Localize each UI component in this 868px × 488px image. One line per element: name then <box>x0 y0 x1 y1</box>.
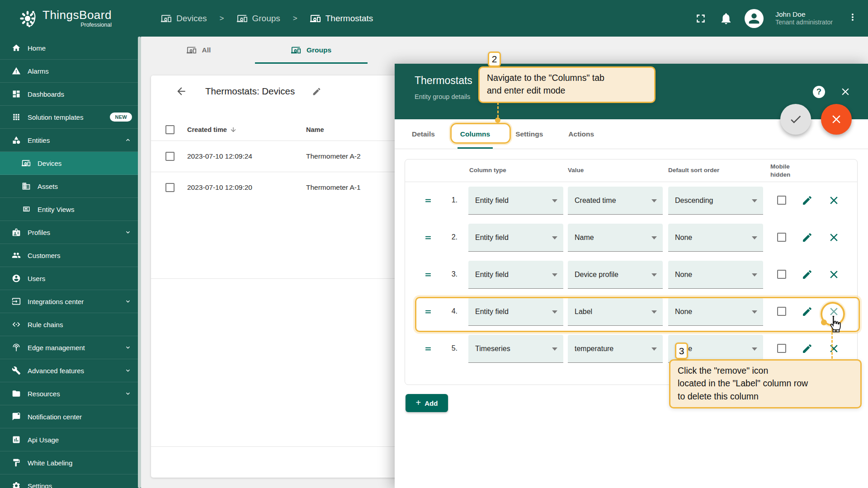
dialog-tab-details[interactable]: Details <box>399 119 448 149</box>
sidebar-item-integrations-center[interactable]: Integrations center <box>0 290 141 313</box>
devices-icon <box>187 45 197 55</box>
sidebar-item-home[interactable]: Home <box>0 37 141 60</box>
name-header[interactable]: Name <box>306 126 324 133</box>
remove-column-icon[interactable] <box>828 195 840 206</box>
sidebar-item-customers[interactable]: Customers <box>0 244 141 267</box>
sidebar-item-entities[interactable]: Entities <box>0 129 141 152</box>
sidebar-item-dashboards[interactable]: Dashboards <box>0 83 141 106</box>
column-type-select[interactable]: Entity field <box>468 224 563 252</box>
cancel-changes-fab[interactable] <box>821 104 852 135</box>
sidebar-item-notification-center[interactable]: Notification center <box>0 405 141 428</box>
column-config-row-3: 3. Entity field Device profile None <box>405 256 857 293</box>
sidebar-item-entity-views[interactable]: Entity Views <box>0 198 141 221</box>
user-info[interactable]: John Doe Tenant administrator <box>775 10 833 27</box>
sidebar-scrollbar[interactable] <box>138 37 141 488</box>
dashboards-icon <box>12 89 21 99</box>
remove-column-icon[interactable] <box>828 343 840 354</box>
sidebar-item-label: Entity Views <box>38 206 74 213</box>
tab-all[interactable]: All <box>142 37 255 64</box>
advanced-features-icon <box>12 366 21 375</box>
chevron-down-icon <box>125 229 131 235</box>
remove-column-icon[interactable] <box>828 269 840 280</box>
mobile-hidden-checkbox[interactable] <box>777 233 786 242</box>
sidebar-item-edge-management[interactable]: Edge management <box>0 336 141 359</box>
breadcrumb-item-thermostats[interactable]: Thermostats <box>310 13 373 24</box>
column-type-select[interactable]: Timeseries <box>468 335 563 363</box>
value-select[interactable]: temperature <box>568 335 663 363</box>
row-number: 2. <box>445 233 458 241</box>
assets-icon <box>22 182 31 191</box>
sidebar-item-label: White Labeling <box>28 459 72 467</box>
help-icon[interactable]: ? <box>813 86 825 98</box>
step-2-badge: 2 <box>488 52 501 67</box>
column-type-select[interactable]: Entity field <box>468 261 563 289</box>
sidebar-item-users[interactable]: Users <box>0 267 141 290</box>
drag-handle-icon[interactable] <box>424 345 433 352</box>
fullscreen-icon[interactable] <box>694 12 708 25</box>
sidebar-item-label: Edge management <box>28 344 85 352</box>
app-edition: Professional <box>42 22 112 28</box>
chevron-down-icon <box>752 347 757 351</box>
row-checkbox[interactable] <box>165 152 175 161</box>
breadcrumb-item-devices[interactable]: Devices <box>161 13 207 24</box>
row-checkbox[interactable] <box>165 183 175 192</box>
column-type-select[interactable]: Entity field <box>468 187 563 215</box>
tab-groups[interactable]: Groups <box>255 37 368 64</box>
app-logo[interactable]: ThingsBoard Professional <box>0 0 141 37</box>
breadcrumb-item-groups[interactable]: Groups <box>237 13 280 24</box>
default-sort-order-select[interactable]: None <box>668 261 763 289</box>
chevron-down-icon <box>125 367 131 374</box>
step-3-dot <box>821 319 827 325</box>
sidebar-item-devices[interactable]: Devices <box>0 152 141 175</box>
created-time-header[interactable]: Created time <box>187 126 227 133</box>
profiles-icon <box>12 228 21 237</box>
remove-column-icon[interactable] <box>828 232 840 243</box>
sort-descending-arrow-icon[interactable] <box>230 126 237 133</box>
sidebar-item-profiles[interactable]: Profiles <box>0 221 141 244</box>
edit-column-pencil-icon[interactable] <box>802 232 813 243</box>
sidebar-item-api-usage[interactable]: Api Usage <box>0 428 141 451</box>
mobile-hidden-checkbox[interactable] <box>777 196 786 205</box>
sidebar-item-resources[interactable]: Resources <box>0 382 141 405</box>
name-cell: Thermometer A-2 <box>306 152 361 160</box>
avatar[interactable] <box>745 9 764 28</box>
value-select[interactable]: Device profile <box>568 261 663 289</box>
chevron-down-icon <box>552 236 557 239</box>
apply-changes-fab[interactable] <box>780 104 811 135</box>
thingsboard-app: ThingsBoard Professional HomeAlarmsDashb… <box>0 0 868 488</box>
value-select[interactable]: Name <box>568 224 663 252</box>
hand-cursor-icon <box>827 314 843 333</box>
value-select[interactable]: Created time <box>568 187 663 215</box>
sidebar-item-assets[interactable]: Assets <box>0 175 141 198</box>
default-sort-order-select[interactable]: Descending <box>668 187 763 215</box>
add-column-button[interactable]: + Add <box>406 394 448 412</box>
back-arrow-icon[interactable] <box>175 85 187 97</box>
select-all-checkbox[interactable] <box>165 125 175 134</box>
sidebar-item-label: Profiles <box>28 229 50 236</box>
edit-column-pencil-icon[interactable] <box>802 343 813 354</box>
mobile-hidden-checkbox[interactable] <box>777 344 786 353</box>
drag-handle-icon[interactable] <box>424 271 433 278</box>
sidebar-item-advanced-features[interactable]: Advanced features <box>0 359 141 382</box>
entities-icon <box>12 136 21 145</box>
close-icon[interactable] <box>840 86 851 98</box>
default-sort-order-select[interactable]: None <box>668 224 763 252</box>
notifications-bell-icon[interactable] <box>719 12 733 25</box>
sidebar-item-settings[interactable]: Settings <box>0 474 141 488</box>
edit-column-pencil-icon[interactable] <box>802 195 813 206</box>
sidebar-item-alarms[interactable]: Alarms <box>0 60 141 83</box>
kebab-menu-icon[interactable] <box>847 12 858 25</box>
edit-title-pencil-icon[interactable] <box>312 87 321 96</box>
api-usage-icon <box>12 435 21 444</box>
mobile-hidden-checkbox[interactable] <box>777 270 786 279</box>
sidebar-item-rule-chains[interactable]: Rule chains <box>0 313 141 336</box>
sidebar-item-label: Settings <box>28 482 52 488</box>
sidebar-item-solution-templates[interactable]: Solution templatesNEW <box>0 106 141 129</box>
sidebar-item-white-labeling[interactable]: White Labeling <box>0 451 141 474</box>
edit-column-pencil-icon[interactable] <box>802 269 813 280</box>
notification-center-icon <box>12 412 21 421</box>
drag-handle-icon[interactable] <box>424 197 433 204</box>
breadcrumb-separator: > <box>220 14 224 23</box>
dialog-tab-actions[interactable]: Actions <box>556 119 607 149</box>
drag-handle-icon[interactable] <box>424 234 433 241</box>
